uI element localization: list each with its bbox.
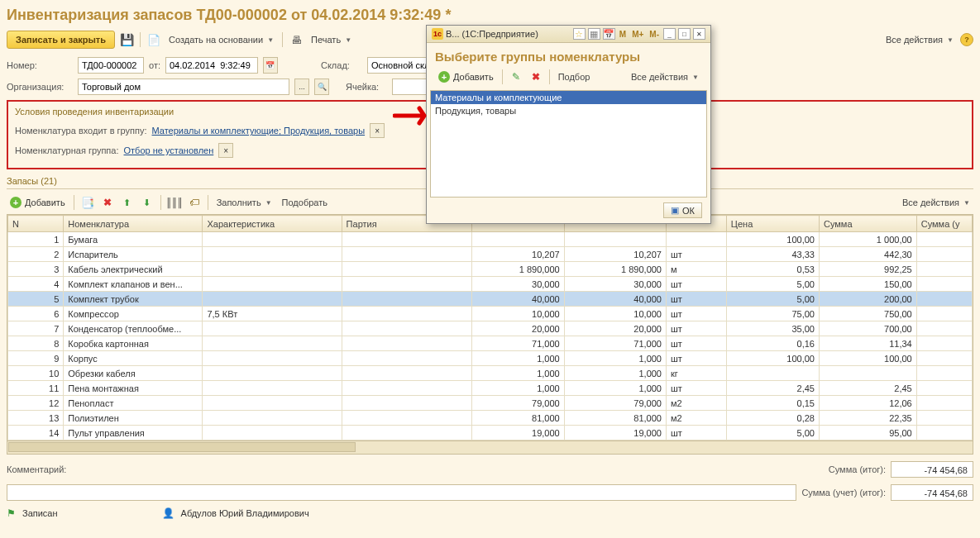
dialog-header: Выберите группы номенклатуры	[427, 43, 710, 67]
col-n[interactable]: N	[8, 216, 64, 232]
status-written: Записан	[22, 508, 58, 518]
maximize-icon[interactable]: □	[678, 28, 691, 40]
save-icon[interactable]: 💾	[118, 31, 135, 48]
table-row[interactable]: 14Пульт управления19,00019,000шт5,0095,0…	[8, 426, 973, 440]
dialog-select-button[interactable]: Подбор	[555, 72, 594, 82]
m-button[interactable]: M	[618, 30, 628, 39]
dialog-toolbar: +Добавить ✎ ✖ Подбор Все действия▼	[427, 67, 710, 90]
org-select-icon[interactable]: ...	[294, 79, 309, 95]
dialog-ok-button[interactable]: ▣ОК	[663, 202, 702, 218]
col-characteristic[interactable]: Характеристика	[203, 216, 342, 232]
print-button[interactable]: Печать▼	[308, 35, 355, 45]
dialog-edit-icon[interactable]: ✎	[508, 69, 524, 85]
move-down-icon[interactable]: ⬇	[139, 194, 155, 211]
table-row[interactable]: 1Бумага100,001 000,00	[8, 232, 973, 247]
stock-grid: N Номенклатура Характеристика Партия Цен…	[7, 214, 973, 441]
plus-icon: +	[438, 71, 450, 83]
total-acc-label: Сумма (учет) (итог):	[801, 488, 886, 498]
warehouse-label: Склад:	[321, 60, 362, 70]
dialog-window-title: В... (1С:Предприятие)	[446, 29, 538, 39]
dialog-all-actions-button[interactable]: Все действия▼	[628, 72, 702, 82]
table-row[interactable]: 2Испаритель10,20710,207шт43,33442,30	[8, 247, 973, 262]
col-nomenclature[interactable]: Номенклатура	[64, 216, 203, 232]
org-open-icon[interactable]: 🔍	[314, 79, 329, 95]
table-row[interactable]: 13Полиэтилен81,00081,000м20,2822,35	[8, 411, 973, 426]
status-flag-icon: ⚑	[7, 507, 16, 519]
comment-input[interactable]	[7, 484, 796, 501]
calc-icon[interactable]: ▦	[588, 28, 600, 40]
nom-in-group-clear-icon[interactable]: ×	[370, 123, 385, 138]
date-input[interactable]	[165, 57, 258, 74]
from-label: от:	[149, 60, 160, 70]
total-label: Сумма (итог):	[829, 464, 886, 474]
nom-in-group-label: Номенклатура входит в группу:	[15, 126, 147, 136]
total-acc-value: -74 454,68	[891, 484, 973, 501]
table-row[interactable]: 3Кабель электрический1 890,0001 890,000м…	[8, 262, 973, 277]
table-row[interactable]: 12Пенопласт79,00079,000м20,1512,06	[8, 396, 973, 411]
calendar-icon[interactable]: 📅	[603, 28, 615, 40]
table-all-actions-button[interactable]: Все действия▼	[899, 198, 973, 207]
number-input[interactable]	[78, 57, 144, 74]
nom-group-link[interactable]: Отбор не установлен	[124, 145, 214, 155]
all-actions-button[interactable]: Все действия▼	[882, 35, 957, 45]
select-button[interactable]: Подобрать	[279, 198, 331, 207]
m-minus-button[interactable]: M-	[648, 30, 661, 39]
status-user: Абдулов Юрий Владимирович	[181, 508, 309, 518]
table-row[interactable]: 8Коробка картонная71,00071,000шт0,1611,3…	[8, 336, 973, 351]
delete-row-icon[interactable]: ✖	[99, 194, 116, 211]
page-title: Инвентаризация запасов ТД00-000002 от 04…	[7, 7, 973, 24]
group-select-dialog: 1c В... (1С:Предприятие) ☆ ▦ 📅 M M+ M- _…	[426, 25, 711, 224]
comment-label: Комментарий:	[7, 464, 66, 474]
dialog-add-button[interactable]: +Добавить	[435, 69, 497, 84]
user-icon: 👤	[162, 507, 174, 519]
create-based-on-button[interactable]: Создать на основании▼	[165, 35, 277, 45]
table-row[interactable]: 7Конденсатор (теплообме...20,00020,000шт…	[8, 321, 973, 336]
close-icon[interactable]: ✕	[693, 28, 705, 40]
date-picker-icon[interactable]: 📅	[263, 57, 278, 74]
table-row[interactable]: 10Обрезки кабеля1,0001,000кг	[8, 366, 973, 381]
nom-in-group-link[interactable]: Материалы и комплектующие; Продукция, то…	[152, 126, 366, 136]
favorite-icon[interactable]: ☆	[573, 28, 586, 40]
barcode-icon[interactable]: ║║║	[166, 194, 183, 211]
dialog-list[interactable]: Материалы и комплектующие Продукция, тов…	[430, 90, 707, 198]
minimize-icon[interactable]: _	[663, 28, 676, 40]
org-label: Организация:	[7, 82, 73, 92]
help-icon[interactable]: ?	[960, 33, 973, 46]
fill-button[interactable]: Заполнить▼	[213, 198, 275, 207]
col-price[interactable]: Цена	[726, 216, 819, 232]
add-row-button[interactable]: +Добавить	[7, 195, 69, 210]
nom-group-label: Номенклатурная группа:	[15, 145, 119, 155]
list-item[interactable]: Материалы и комплектующие	[431, 91, 706, 104]
number-label: Номер:	[7, 60, 73, 70]
table-row[interactable]: 6Компрессор7,5 КВт10,00010,000шт75,00750…	[8, 307, 973, 321]
app-icon: 1c	[432, 28, 443, 40]
cell-label: Ячейка:	[346, 82, 387, 92]
org-input[interactable]	[78, 79, 289, 95]
copy-row-icon[interactable]: 📑	[79, 194, 96, 211]
status-bar: ⚑ Записан 👤 Абдулов Юрий Владимирович	[7, 507, 973, 519]
based-on-icon[interactable]: 📄	[146, 31, 162, 48]
list-item[interactable]: Продукция, товары	[431, 104, 706, 117]
print-icon[interactable]: 🖶	[288, 31, 304, 48]
table-row[interactable]: 11Пена монтажная1,0001,000шт2,452,45	[8, 381, 973, 396]
table-row[interactable]: 5Комплект трубок40,00040,000шт5,00200,00	[8, 292, 973, 307]
m-plus-button[interactable]: M+	[630, 30, 645, 39]
plus-icon: +	[10, 197, 22, 208]
total-value: -74 454,68	[891, 461, 973, 478]
ok-icon: ▣	[671, 205, 679, 216]
table-row[interactable]: 4Комплект клапанов и вен...30,00030,000ш…	[8, 277, 973, 292]
nom-group-clear-icon[interactable]: ×	[218, 143, 233, 158]
table-row[interactable]: 9Корпус1,0001,000шт100,00100,00	[8, 351, 973, 366]
horizontal-scrollbar[interactable]	[7, 441, 973, 455]
save-close-button[interactable]: Записать и закрыть	[7, 31, 115, 49]
dialog-delete-icon[interactable]: ✖	[528, 69, 544, 85]
move-up-icon[interactable]: ⬆	[119, 194, 136, 211]
col-sum[interactable]: Сумма	[819, 216, 916, 232]
dialog-titlebar[interactable]: 1c В... (1С:Предприятие) ☆ ▦ 📅 M M+ M- _…	[427, 26, 710, 43]
col-sum-u[interactable]: Сумма (у	[916, 216, 972, 232]
tag-icon[interactable]: 🏷	[186, 194, 203, 211]
